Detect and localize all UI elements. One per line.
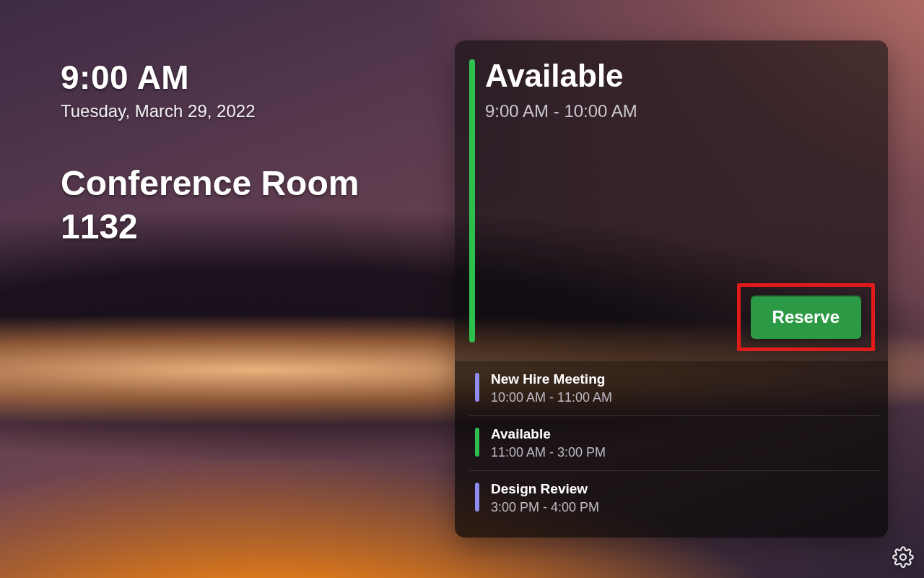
svg-point-0 (900, 554, 906, 560)
upcoming-list: New Hire Meeting 10:00 AM - 11:00 AM Ava… (455, 361, 888, 538)
reserve-button[interactable]: Reserve (751, 296, 861, 339)
current-status-label: Available (485, 58, 868, 94)
upcoming-time: 3:00 PM - 4:00 PM (491, 500, 873, 515)
gear-icon (892, 558, 914, 570)
status-accent-bar (469, 59, 475, 342)
current-slot: Available 9:00 AM - 10:00 AM Reserve (455, 40, 888, 361)
info-column: 9:00 AM Tuesday, March 29, 2022 Conferen… (61, 58, 407, 249)
upcoming-time: 10:00 AM - 11:00 AM (491, 390, 873, 405)
schedule-panel: Available 9:00 AM - 10:00 AM Reserve New… (455, 40, 888, 538)
accent-bar (475, 373, 479, 402)
reserve-highlight: Reserve (737, 283, 875, 351)
upcoming-title: New Hire Meeting (491, 371, 873, 387)
accent-bar (475, 483, 479, 512)
clock-time: 9:00 AM (61, 58, 407, 97)
settings-button[interactable] (892, 546, 914, 568)
upcoming-title: Available (491, 426, 873, 442)
current-time-range: 9:00 AM - 10:00 AM (485, 101, 868, 121)
clock-date: Tuesday, March 29, 2022 (61, 101, 407, 121)
upcoming-title: Design Review (491, 481, 873, 497)
upcoming-time: 11:00 AM - 3:00 PM (491, 445, 873, 460)
upcoming-item[interactable]: Available 11:00 AM - 3:00 PM (469, 416, 881, 471)
accent-bar (475, 428, 479, 457)
upcoming-item[interactable]: New Hire Meeting 10:00 AM - 11:00 AM (469, 361, 881, 416)
room-name: Conference Room 1132 (61, 162, 407, 249)
upcoming-item[interactable]: Design Review 3:00 PM - 4:00 PM (469, 471, 881, 525)
